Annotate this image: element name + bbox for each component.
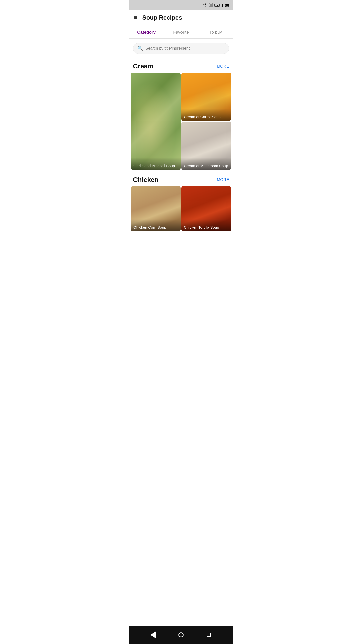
- recipe-image-cream-carrot: Cream of Carrot Soup: [181, 73, 231, 121]
- recipe-card-cream-mushroom[interactable]: Cream of Mushroom Soup ★ ★ ★ ★ ★ (0): [181, 122, 231, 170]
- tab-category[interactable]: Category: [129, 25, 164, 38]
- recipe-card-chicken1[interactable]: Chicken Corn Soup: [131, 186, 181, 231]
- recipe-card-garlic-broccoli[interactable]: Garlic and Broccoli Soup ★ ★ ★ ★ ★ (0): [131, 73, 181, 170]
- recipe-label-chicken2: Chicken Tortilla Soup: [181, 219, 231, 231]
- battery-icon: [214, 3, 220, 7]
- search-container: 🔍: [129, 39, 233, 56]
- recipe-image-garlic-broccoli: Garlic and Broccoli Soup: [131, 73, 181, 170]
- section-header-chicken: Chicken MORE: [129, 172, 233, 186]
- nav-home-button[interactable]: [175, 629, 187, 640]
- status-time: 1:38: [221, 3, 229, 7]
- wifi-icon: [203, 3, 208, 7]
- section-title-chicken: Chicken: [133, 176, 158, 184]
- svg-marker-0: [205, 6, 206, 7]
- recipe-card-chicken2[interactable]: Chicken Tortilla Soup: [181, 186, 231, 231]
- more-button-chicken[interactable]: MORE: [217, 178, 229, 182]
- recent-icon: [207, 633, 211, 637]
- recipe-label-chicken1: Chicken Corn Soup: [131, 219, 181, 231]
- section-header-cream: Cream MORE: [129, 58, 233, 73]
- section-cream: Cream MORE Garlic and Broccoli Soup ★ ★ …: [129, 58, 233, 170]
- section-chicken: Chicken MORE Chicken Corn Soup Chicken T…: [129, 172, 233, 231]
- nav-back-button[interactable]: [148, 629, 159, 640]
- search-icon: 🔍: [137, 46, 143, 51]
- svg-rect-7: [220, 4, 220, 6]
- back-icon: [150, 631, 156, 638]
- section-title-cream: Cream: [133, 62, 153, 70]
- menu-icon[interactable]: ≡: [134, 15, 137, 20]
- search-bar: 🔍: [133, 43, 229, 54]
- svg-rect-2: [210, 5, 211, 7]
- tab-favorite[interactable]: Favorite: [164, 25, 198, 38]
- recipe-label-cream-carrot: Cream of Carrot Soup: [181, 109, 231, 121]
- recipe-grid-chicken: Chicken Corn Soup Chicken Tortilla Soup: [129, 186, 233, 231]
- app-title: Soup Recipes: [142, 14, 182, 21]
- signal-icon: [209, 3, 213, 7]
- nav-recent-button[interactable]: [203, 629, 214, 640]
- recipe-image-cream-mushroom: Cream of Mushroom Soup: [181, 122, 231, 170]
- recipe-image-chicken2: Chicken Tortilla Soup: [181, 186, 231, 231]
- recipe-label-garlic-broccoli: Garlic and Broccoli Soup: [131, 157, 181, 170]
- status-icons: 1:38: [203, 3, 229, 7]
- recipe-image-chicken1: Chicken Corn Soup: [131, 186, 181, 231]
- content: Cream MORE Garlic and Broccoli Soup ★ ★ …: [129, 58, 233, 252]
- home-icon: [178, 632, 184, 637]
- app-bar: ≡ Soup Recipes: [129, 10, 233, 25]
- more-button-cream[interactable]: MORE: [217, 64, 229, 69]
- recipe-label-cream-mushroom: Cream of Mushroom Soup: [181, 157, 231, 170]
- tabs: Category Favorite To buy: [129, 25, 233, 39]
- svg-rect-1: [209, 6, 210, 7]
- recipe-card-cream-carrot[interactable]: Cream of Carrot Soup ★ ★ ★ ★ ★ (0): [181, 73, 231, 121]
- status-bar: 1:38: [129, 0, 233, 10]
- recipe-grid-cream: Garlic and Broccoli Soup ★ ★ ★ ★ ★ (0) C: [129, 73, 233, 170]
- search-input[interactable]: [145, 46, 225, 51]
- tab-to-buy[interactable]: To buy: [198, 25, 233, 38]
- bottom-nav: [129, 626, 233, 644]
